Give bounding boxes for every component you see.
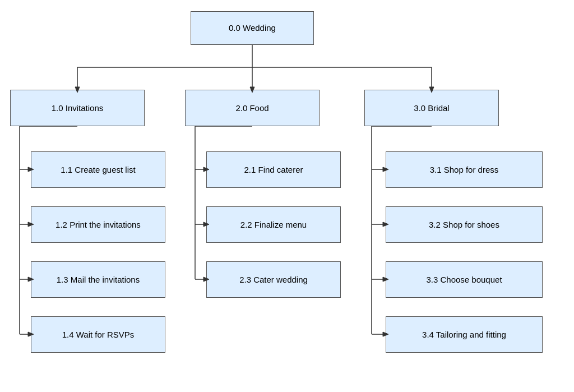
node-33: 3.3 Choose bouquet <box>386 261 543 298</box>
node-32: 3.2 Shop for shoes <box>386 206 543 243</box>
wbs-diagram: 0.0 Wedding 1.0 Invitations 2.0 Food 3.0… <box>0 0 574 392</box>
node-13: 1.3 Mail the invitations <box>31 261 165 298</box>
node-14: 1.4 Wait for RSVPs <box>31 316 165 353</box>
node-20: 2.0 Food <box>185 90 320 126</box>
node-30: 3.0 Bridal <box>364 90 499 126</box>
node-11: 1.1 Create guest list <box>31 151 165 188</box>
node-34: 3.4 Tailoring and fitting <box>386 316 543 353</box>
node-31: 3.1 Shop for dress <box>386 151 543 188</box>
node-12: 1.2 Print the invitations <box>31 206 165 243</box>
node-root: 0.0 Wedding <box>191 11 314 45</box>
node-10: 1.0 Invitations <box>10 90 145 126</box>
node-22: 2.2 Finalize menu <box>206 206 341 243</box>
node-21: 2.1 Find caterer <box>206 151 341 188</box>
node-23: 2.3 Cater wedding <box>206 261 341 298</box>
